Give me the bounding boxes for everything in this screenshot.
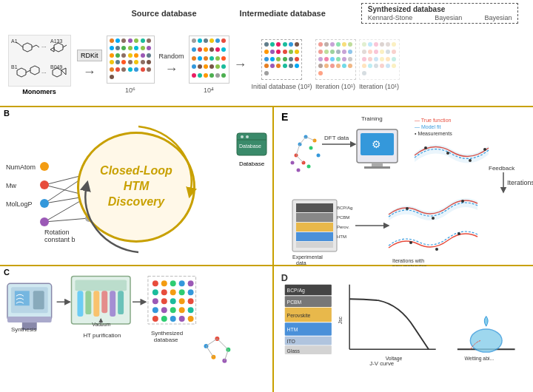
svg-marker-8 [54,43,63,52]
svg-point-142 [188,298,194,304]
svg-rect-88 [296,213,333,222]
svg-point-81 [469,159,472,162]
dot [289,50,293,54]
svg-point-82 [483,148,486,151]
svg-point-144 [161,307,167,313]
svg-text:Synthesis: Synthesis [11,325,36,332]
iteration1-dots [315,39,356,80]
dot [374,64,378,68]
svg-point-134 [161,289,167,295]
dot [110,67,114,72]
dot [121,38,126,43]
iteration2-dots [359,39,400,80]
dot [121,46,126,50]
svg-point-100 [432,217,435,220]
database-center-box: Database Database [229,129,274,167]
svg-point-132 [188,280,194,286]
svg-point-52 [246,135,249,138]
svg-rect-90 [296,232,333,241]
dot [204,47,208,52]
svg-point-79 [424,146,427,149]
dot [386,42,390,47]
dot [221,64,226,69]
dot [215,73,220,78]
middle-section: NumAtom Mw MolLogP HOMO LUMO Rotation co… [0,107,533,266]
bottom-right: D BCP/Ag PCBM Perovskite HTM ITO Glass [274,266,533,392]
dot [324,42,329,47]
svg-rect-117 [77,291,83,317]
dot [221,73,226,78]
dot [198,73,202,78]
dot [209,64,214,69]
svg-point-151 [179,316,185,322]
intermediate-dots-grid [189,36,229,84]
top-header: Source database Intermediate database Sy… [0,0,533,24]
dot [264,71,269,75]
iteration2-db-box: Iteration (10¹) [359,39,400,90]
initial-db-box: Initial database (10²) [252,39,312,90]
svg-text:⚙: ⚙ [372,138,381,150]
svg-line-162 [224,349,228,360]
svg-text:database: database [154,336,178,342]
svg-point-148 [152,316,158,322]
dot [204,38,208,43]
svg-point-152 [188,316,194,322]
dot [121,60,126,64]
svg-text:MolLogP: MolLogP [6,200,33,208]
middle-right: E [274,107,533,266]
svg-line-163 [206,345,213,356]
svg-text:HTM: HTM [337,234,346,239]
bayesian1-label: Bayesian [435,14,462,21]
top-content: A1 ... A133 [0,24,533,106]
dot [121,67,126,72]
svg-point-145 [170,307,176,313]
dot [276,57,281,61]
svg-point-147 [188,307,194,313]
dot [215,56,220,61]
svg-point-104 [457,232,460,235]
svg-line-64 [300,137,306,144]
svg-marker-12 [17,68,26,77]
dot [110,53,114,58]
svg-point-138 [152,298,158,304]
svg-text:— Model fit: — Model fit [415,124,440,129]
dot [209,47,214,52]
svg-text:Perovskite: Perovskite [287,313,311,318]
svg-text:• Measurements: • Measurements [415,131,452,136]
middle-left: NumAtom Mw MolLogP HOMO LUMO Rotation co… [0,107,274,266]
dot [295,42,299,47]
svg-point-141 [179,298,185,304]
dot [342,64,346,68]
dot [342,50,346,54]
dot [368,64,372,68]
initial-dots-grid [261,39,302,80]
dot [276,42,281,47]
svg-line-13 [26,70,30,72]
dot [128,46,133,50]
svg-point-128 [152,280,158,286]
dot [330,50,335,54]
dot [368,57,372,61]
dot [348,50,352,54]
source-db-box: 10⁶ [107,36,155,94]
dot [330,42,335,47]
dot [115,67,120,72]
dot [192,73,196,78]
svg-text:BCP/Ag: BCP/Ag [287,288,305,294]
dot [192,56,196,61]
dot [380,42,384,47]
dot [110,60,114,64]
svg-point-35 [40,162,49,171]
svg-text:DFT data: DFT data [324,135,349,141]
svg-point-139 [161,298,167,304]
dot [110,46,114,50]
dot [336,64,341,68]
svg-point-58 [291,161,295,165]
dot [128,53,133,58]
svg-text:J-V curve: J-V curve [369,359,394,366]
closed-loop-oval: Closed-LoopHTMDiscovery [77,132,195,243]
dot [110,38,114,43]
dot [283,64,287,68]
dot [147,60,151,64]
dot [380,64,384,68]
